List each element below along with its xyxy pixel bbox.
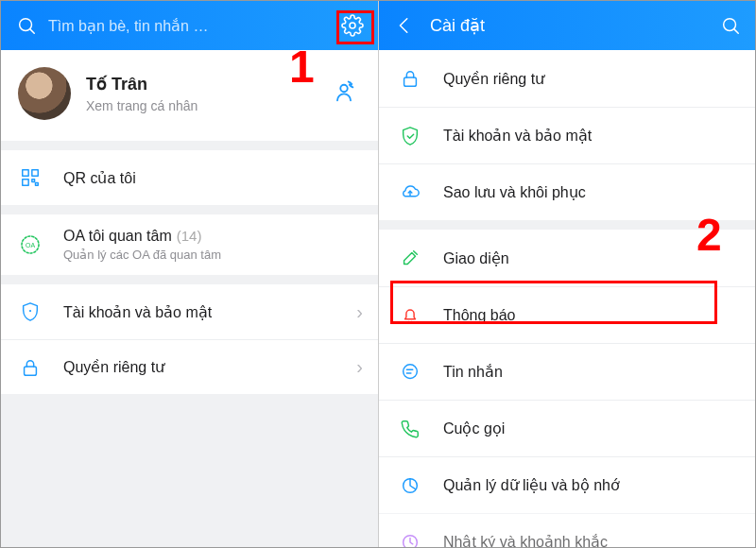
left-header: Tìm bạn bè, tin nhắn … bbox=[1, 1, 378, 50]
account-security-label: Tài khoản và bảo mật bbox=[63, 304, 212, 320]
svg-point-0 bbox=[20, 19, 32, 31]
annotation-step-1: 1 bbox=[289, 44, 315, 90]
settings-row-account[interactable]: Tài khoản và bảo mật bbox=[379, 107, 756, 163]
chevron-right-icon: › bbox=[356, 356, 363, 378]
svg-rect-8 bbox=[36, 183, 39, 186]
brush-icon bbox=[398, 246, 422, 270]
clock-icon bbox=[398, 530, 422, 548]
svg-text:OA: OA bbox=[26, 242, 35, 248]
svg-rect-5 bbox=[32, 170, 38, 176]
switch-account-icon[interactable] bbox=[331, 78, 363, 109]
annotation-box-1 bbox=[336, 10, 374, 44]
shield-icon bbox=[18, 300, 43, 324]
my-qr-label: QR của tôi bbox=[63, 170, 136, 186]
right-header: Cài đặt bbox=[379, 1, 756, 50]
lock-icon bbox=[18, 355, 43, 380]
svg-point-11 bbox=[29, 310, 31, 312]
svg-point-3 bbox=[340, 85, 347, 92]
svg-rect-4 bbox=[23, 170, 28, 176]
privacy-label: Quyền riêng tư bbox=[63, 359, 164, 375]
oa-count: (14) bbox=[177, 228, 202, 244]
oa-label: OA tôi quan tâm bbox=[63, 228, 172, 244]
cloud-icon bbox=[398, 180, 422, 205]
lock-icon bbox=[398, 66, 422, 91]
svg-line-1 bbox=[30, 29, 34, 33]
chat-icon bbox=[398, 360, 422, 385]
settings-row-journal[interactable]: Nhật ký và khoảnh khắc bbox=[379, 513, 756, 547]
settings-row-messages[interactable]: Tin nhắn bbox=[379, 343, 756, 400]
svg-line-14 bbox=[734, 29, 738, 33]
pie-icon bbox=[398, 473, 422, 498]
my-qr-row[interactable]: QR của tôi bbox=[1, 150, 378, 205]
chevron-right-icon: › bbox=[356, 301, 363, 323]
avatar bbox=[18, 67, 71, 120]
oa-row[interactable]: OA OA tôi quan tâm(14) Quản lý các OA đã… bbox=[1, 214, 378, 275]
svg-rect-12 bbox=[25, 367, 37, 375]
search-placeholder[interactable]: Tìm bạn bè, tin nhắn … bbox=[48, 17, 208, 35]
settings-pane: Cài đặt Quyền riêng tư Tài khoản và bảo … bbox=[379, 1, 756, 547]
profile-subtitle: Xem trang cá nhân bbox=[86, 98, 331, 113]
profile-block[interactable]: Tố Trân Xem trang cá nhân bbox=[1, 50, 378, 141]
account-security-row[interactable]: Tài khoản và bảo mật › bbox=[1, 284, 378, 339]
back-icon[interactable] bbox=[392, 13, 417, 38]
annotation-step-2: 2 bbox=[696, 213, 722, 258]
profile-pane: Tìm bạn bè, tin nhắn … Tố Trân Xem trang… bbox=[1, 1, 378, 547]
svg-rect-15 bbox=[404, 77, 417, 86]
search-icon[interactable] bbox=[718, 13, 743, 38]
svg-rect-6 bbox=[23, 180, 28, 185]
annotation-box-2 bbox=[390, 281, 717, 324]
settings-row-calls[interactable]: Cuộc gọi bbox=[379, 400, 756, 456]
qr-icon bbox=[18, 165, 43, 190]
svg-point-17 bbox=[404, 364, 418, 378]
oa-subtitle: Quản lý các OA đã quan tâm bbox=[63, 248, 363, 262]
svg-point-13 bbox=[724, 19, 736, 31]
oa-icon: OA bbox=[18, 232, 43, 257]
settings-row-privacy[interactable]: Quyền riêng tư bbox=[379, 50, 756, 107]
privacy-row[interactable]: Quyền riêng tư › bbox=[1, 339, 378, 394]
settings-row-data[interactable]: Quản lý dữ liệu và bộ nhớ bbox=[379, 456, 756, 513]
search-icon[interactable] bbox=[14, 13, 39, 38]
shield-check-icon bbox=[398, 124, 422, 148]
svg-rect-7 bbox=[32, 180, 35, 182]
phone-icon bbox=[398, 417, 422, 441]
settings-title: Cài đặt bbox=[430, 15, 485, 36]
